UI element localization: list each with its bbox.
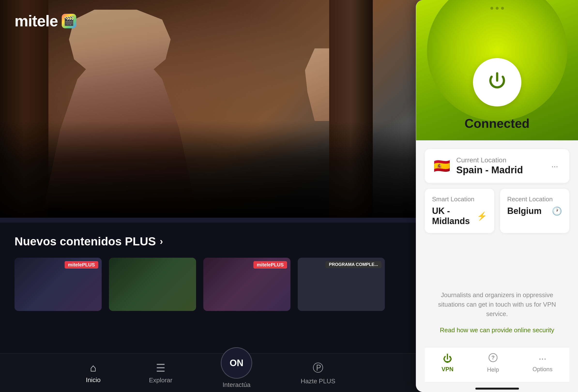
section-title[interactable]: Nuevos contenidos PLUS › [14, 223, 407, 258]
on-button[interactable]: ON [221, 347, 252, 379]
current-location-more-icon[interactable]: ··· [549, 159, 561, 173]
current-location-flag: 🇪🇸 [434, 159, 450, 173]
hero-overlay [0, 121, 421, 218]
connected-status: Connected [465, 116, 530, 131]
vpn-bottom-nav: ⏻ VPN ? Help ··· Options [425, 347, 569, 382]
smart-location-label: Smart Location [432, 196, 487, 203]
spacer [425, 239, 569, 285]
thumbnail-card-4[interactable]: PROGRAMA COMPLE... [298, 258, 385, 311]
nav-item-inicio[interactable]: ⌂ Inicio [86, 362, 101, 384]
nav-item-hazte-plus[interactable]: Ⓟ Hazte PLUS [301, 361, 335, 385]
thumbnail-card-3[interactable]: mitelePLUS [203, 258, 290, 311]
vpn-nav-help-icon: ? [488, 353, 498, 364]
nav-label-explorar: Explorar [149, 377, 172, 384]
smart-location-card[interactable]: Smart Location UK - Midlands ⚡ [425, 189, 494, 233]
programa-badge-4: PROGRAMA COMPLE... [326, 261, 382, 268]
power-button[interactable] [473, 58, 521, 106]
vpn-panel: Connected 🇪🇸 Current Location Spain - Ma… [416, 0, 578, 392]
dot-2 [496, 7, 499, 10]
smart-location-content: UK - Midlands ⚡ [432, 206, 487, 226]
on-text: ON [230, 358, 243, 368]
mitele-plus-badge-1: mitelePLUS [65, 261, 98, 269]
vpn-header: Connected [416, 0, 578, 140]
recent-location-name: Belgium [507, 206, 542, 216]
thumbnail-row: mitelePLUS mitelePLUS PROGRAMA COMPLE... [14, 258, 407, 311]
bottom-nav: ⌂ Inicio ☰ Explorar ON Interactúa Ⓟ Hazt… [0, 353, 421, 392]
vpn-nav-options-icon: ··· [539, 353, 546, 364]
vpn-nav-vpn-label: VPN [441, 366, 453, 373]
lightning-icon: ⚡ [477, 211, 487, 221]
location-info: Current Location Spain - Madrid [456, 156, 543, 176]
nav-item-explorar[interactable]: ☰ Explorar [149, 362, 172, 384]
vpn-nav-help-label: Help [487, 366, 499, 373]
logo-text: mitele [14, 12, 58, 30]
recent-location-card[interactable]: Recent Location Belgium 🕐 [500, 189, 570, 233]
recent-location-label: Recent Location [507, 196, 562, 203]
help-circle-svg: ? [488, 353, 498, 362]
vpn-nav-item-vpn[interactable]: ⏻ VPN [441, 353, 453, 373]
vpn-nav-vpn-icon: ⏻ [443, 353, 452, 364]
power-button-svg [486, 71, 508, 93]
hazte-plus-icon: Ⓟ [313, 361, 323, 375]
explorar-icon: ☰ [156, 362, 165, 374]
logo-icon-emoji: 🎬 [63, 16, 74, 26]
current-location-name: Spain - Madrid [456, 164, 543, 176]
vpn-three-dots [490, 7, 504, 10]
smart-location-name: UK - Midlands [432, 206, 477, 226]
vpn-nav-options-label: Options [532, 366, 553, 373]
info-text: Journalists and organizers in oppressive… [425, 290, 569, 319]
dot-3 [501, 7, 504, 10]
nav-item-interactua[interactable]: ON Interactúa [221, 357, 252, 389]
thumbnail-card-1[interactable]: mitelePLUS [14, 258, 102, 311]
section-arrow-icon: › [160, 236, 163, 247]
mitele-logo[interactable]: mitele 🎬 [14, 12, 76, 30]
current-location-label: Current Location [456, 156, 543, 164]
current-location-card[interactable]: 🇪🇸 Current Location Spain - Madrid ··· [425, 149, 569, 183]
dot-1 [490, 7, 493, 10]
hero-background [0, 0, 421, 218]
location-row: Smart Location UK - Midlands ⚡ Recent Lo… [425, 189, 569, 233]
bottom-section: Nuevos contenidos PLUS › mitelePLUS mite… [0, 223, 421, 392]
nav-label-interactua: Interactúa [222, 381, 250, 389]
home-indicator [475, 388, 519, 390]
thumbnail-card-2[interactable] [109, 258, 196, 311]
clock-icon: 🕐 [552, 206, 562, 216]
inicio-icon: ⌂ [90, 362, 96, 374]
svg-text:?: ? [491, 354, 494, 360]
recent-location-content: Belgium 🕐 [507, 206, 562, 216]
nav-label-inicio: Inicio [86, 376, 101, 384]
mitele-panel: mitele 🎬 La que se avecina Ep.176 • Una … [0, 0, 421, 392]
nav-label-hazte-plus: Hazte PLUS [301, 378, 335, 385]
logo-icon: 🎬 [62, 14, 76, 28]
vpn-body: 🇪🇸 Current Location Spain - Madrid ··· S… [416, 140, 578, 392]
vpn-nav-item-help[interactable]: ? Help [487, 353, 499, 373]
section-title-text: Nuevos contenidos PLUS [14, 235, 156, 248]
vpn-nav-item-options[interactable]: ··· Options [532, 353, 553, 373]
info-link[interactable]: Read how we can provide online security [425, 326, 569, 334]
mitele-plus-badge-3: mitelePLUS [253, 261, 287, 269]
